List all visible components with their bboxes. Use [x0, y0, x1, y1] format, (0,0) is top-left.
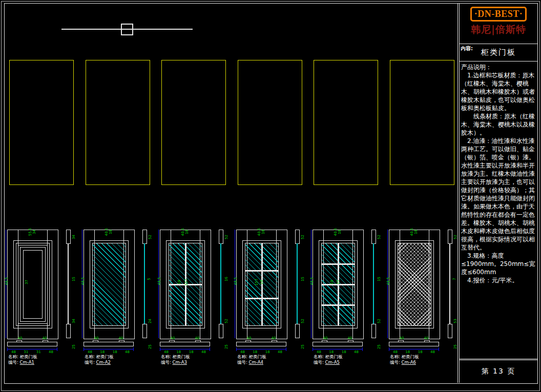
dimension-label: 48.5	[81, 277, 85, 285]
yellow-frame-rect	[390, 60, 454, 185]
side-profile-top	[448, 230, 452, 244]
yellow-frame-rect	[314, 60, 378, 185]
side-profile-bottom	[295, 324, 300, 338]
door-drawing: 4040 48181848 名称: 柜类门板 编号: Cm-A6 40.5184…	[389, 228, 465, 369]
side-profile-line	[449, 243, 450, 324]
door-panel-frame	[13, 240, 52, 328]
door-label: 名称: 柜类门板 编号: Cm-A5	[314, 354, 343, 365]
dimension-label: 18	[262, 230, 265, 234]
door-bottom-section: 4040 48181848	[84, 342, 134, 354]
hinge-notch	[16, 340, 22, 342]
door-bottom-section: 4040 48313148	[7, 342, 57, 354]
side-profile-line	[144, 243, 145, 324]
door-code: Cm-A3	[173, 360, 187, 365]
door-side-section	[446, 230, 453, 338]
dimension-labels: 48181848	[84, 350, 134, 354]
door-panel-frame	[90, 240, 129, 328]
dimension-label: 25	[225, 344, 228, 349]
dimension-label: 34	[33, 230, 36, 234]
dimension-label: 25	[454, 344, 457, 349]
bottom-section-bar: 4040	[84, 342, 134, 346]
brand-name: 韩尼|倍斯特	[460, 23, 537, 36]
door-code: Cm-A2	[96, 360, 111, 365]
sidebar-divider	[457, 3, 458, 383]
door-elevation-outline	[389, 230, 440, 339]
door-code-key: 编号:	[161, 360, 171, 365]
door-name-key: 名称:	[8, 354, 18, 359]
glass-pane-hatch	[245, 243, 279, 326]
side-profile-top	[295, 230, 300, 244]
dimension-label: 25	[378, 344, 381, 349]
hinge-notch	[169, 340, 175, 342]
door-label: 名称: 柜类门板 编号: Cm-A2	[85, 354, 114, 365]
door-code-key: 编号:	[314, 360, 324, 365]
dimension-label: 34	[72, 319, 76, 323]
dimension-labels: 48181848	[313, 350, 363, 354]
lattice-pattern	[398, 243, 431, 326]
side-profile-bottom	[219, 324, 223, 338]
door-side-section	[65, 230, 72, 338]
dimension-line	[160, 349, 210, 349]
dimension-label: 15	[337, 280, 340, 284]
door-bottom-section: 4040 48181848	[313, 342, 363, 354]
dimension-labels: 48313148	[7, 350, 57, 354]
dimension-label: 18	[338, 230, 342, 234]
dimension-labels: 48181848	[160, 350, 210, 354]
yellow-frame-rect	[238, 60, 302, 185]
door-drawing: 4040 48313148 名称: 柜类门板 编号: Cm-A1 55.5344…	[7, 228, 84, 369]
door-code: Cm-A5	[325, 360, 340, 365]
dimension-label: 157	[255, 279, 259, 285]
yellow-frame-rect	[9, 60, 74, 185]
dimension-label: 18	[260, 280, 264, 284]
dimension-label: 25	[149, 344, 152, 349]
dimension-label: 18	[178, 280, 181, 284]
door-name: 柜类门板	[173, 354, 190, 359]
dimension-label: 18	[414, 230, 418, 234]
door-label: 名称: 柜类门板 编号: Cm-A3	[161, 354, 190, 365]
bottom-section-bar: 4040	[160, 342, 210, 346]
dimension-label: 15	[72, 277, 76, 281]
dimension-line	[313, 349, 363, 349]
description-paragraph: 3.规格：高度≤1900mm。250mm≤宽度≤600mm	[461, 252, 536, 276]
bottom-section-bar: 4040	[7, 342, 57, 346]
dimension-label: 24	[149, 319, 152, 323]
hinge-notch	[272, 340, 277, 342]
door-bottom-section: 4040 48181848	[389, 342, 439, 354]
side-profile-top	[142, 230, 147, 244]
dimension-labels: 4040	[160, 336, 210, 340]
muntin-bar	[245, 298, 278, 299]
logo-section: ·DN-BEST· 韩尼|倍斯特	[460, 3, 537, 44]
door-drawing: 4040 48181848 名称: 柜类门板 编号: Cm-A3 40.5184…	[160, 228, 236, 369]
dimension-label: 52	[301, 235, 305, 239]
door-name-key: 名称:	[161, 354, 171, 359]
dimension-label: 52	[378, 319, 381, 323]
door-code: Cm-A6	[402, 360, 416, 365]
door-elevation-outline	[313, 230, 364, 339]
description-paragraph: 产品说明：	[461, 63, 536, 71]
side-profile-line	[297, 243, 298, 324]
door-side-section	[217, 230, 224, 338]
door-name-key: 名称:	[237, 354, 247, 359]
dimension-label: 48.5	[387, 277, 390, 285]
door-name-key: 名称:	[390, 354, 400, 359]
hinge-notch	[43, 340, 48, 342]
door-elevation-outline	[7, 230, 58, 339]
door-drawing: 4040 48181848 名称: 柜类门板 编号: Cm-A2 40.5184…	[84, 228, 160, 369]
side-profile-bottom	[371, 324, 376, 338]
side-profile-bottom	[142, 324, 147, 338]
dimension-label: 157	[185, 279, 189, 285]
door-label: 名称: 柜类门板 编号: Cm-A6	[390, 354, 419, 365]
dimension-label: 52	[225, 235, 228, 239]
dimension-label: 52	[378, 235, 381, 239]
dn-best-logo: ·DN-BEST·	[470, 7, 527, 22]
door-code-key: 编号:	[8, 360, 18, 365]
door-elevation-outline	[84, 230, 135, 339]
hinge-notch	[322, 340, 327, 342]
product-description: 产品说明： 1.边框和芯板材质：原木（红橡木、海棠木、樱桃木、胡桃木和橡胶木）或…	[460, 61, 537, 359]
dimension-label: 52	[225, 319, 228, 323]
dimension-label: 5	[148, 278, 151, 280]
bottom-section-bar: 4040	[236, 342, 286, 346]
dimension-label: 18	[185, 230, 189, 234]
side-profile-line	[373, 243, 374, 324]
glass-pane-hatch	[321, 243, 355, 326]
